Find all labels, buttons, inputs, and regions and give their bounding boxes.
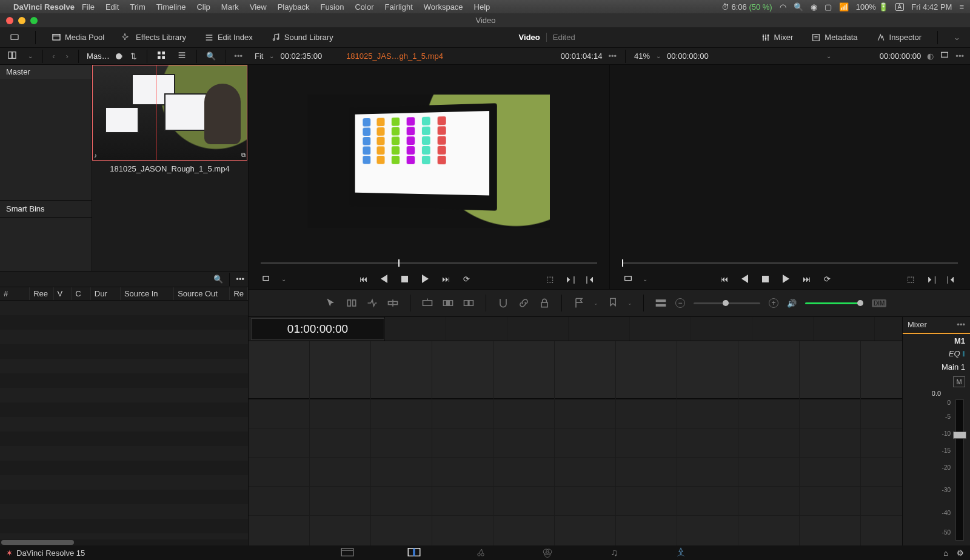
menu-edit[interactable]: Edit: [105, 2, 119, 12]
match-frame-button[interactable]: ⬚: [544, 273, 556, 285]
panel-toggle-media-pool[interactable]: Media Pool: [47, 30, 109, 45]
selection-tool[interactable]: [325, 297, 337, 309]
go-last-button[interactable]: ⏭: [801, 273, 813, 285]
lock-button[interactable]: [538, 297, 550, 309]
panel-toggle-sound-library[interactable]: Sound Library: [266, 30, 338, 45]
mute-icon[interactable]: 🔊: [787, 299, 797, 308]
col-reel[interactable]: Ree: [30, 287, 53, 300]
mark-in-button[interactable]: ⏵|: [564, 273, 577, 285]
source-viewer-options[interactable]: •••: [608, 52, 617, 61]
clip-item[interactable]: ♪ ⧉ 181025_JASON_Rough_1_5.mp4: [92, 65, 247, 173]
bin-view-dropdown[interactable]: ⌄: [24, 53, 36, 59]
video-track[interactable]: [249, 341, 902, 399]
dynamic-trim-tool[interactable]: [366, 297, 378, 309]
col-number[interactable]: #: [0, 287, 30, 300]
audio-track[interactable]: [249, 487, 902, 516]
match-frame-button[interactable]: ⬚: [905, 273, 917, 285]
window-zoom-button[interactable]: [30, 17, 38, 24]
thumbnail-size-slider[interactable]: [116, 55, 123, 58]
menu-mark[interactable]: Mark: [221, 2, 239, 12]
record-zoom-dropdown-icon[interactable]: ⌄: [656, 53, 661, 59]
source-timecode[interactable]: 00:01:04:14: [561, 52, 603, 61]
menu-file[interactable]: File: [82, 2, 95, 12]
timeline-timecode[interactable]: 01:00:00:00: [251, 318, 384, 340]
record-tc-right[interactable]: 00:00:00:00: [880, 52, 921, 61]
clock[interactable]: Fri 4:42 PM: [911, 2, 952, 12]
overwrite-button[interactable]: [442, 297, 454, 309]
smart-bins-header[interactable]: Smart Bins: [0, 200, 92, 218]
home-button[interactable]: ⌂: [943, 548, 948, 558]
page-edit[interactable]: [405, 547, 423, 558]
panel-toggle-inspector[interactable]: Inspector: [871, 30, 926, 45]
wifi-icon[interactable]: 📶: [839, 2, 849, 12]
panel-toggle-edit-index[interactable]: Edit Index: [199, 30, 258, 45]
clip-thumbnail[interactable]: ♪ ⧉: [92, 65, 247, 161]
col-dur[interactable]: Dur: [91, 287, 121, 300]
menu-help[interactable]: Help: [474, 2, 490, 12]
blade-tool[interactable]: [387, 297, 399, 309]
page-deliver[interactable]: [672, 547, 690, 558]
menu-fusion[interactable]: Fusion: [320, 2, 344, 12]
media-pool-options[interactable]: •••: [232, 52, 245, 61]
edit-index-search[interactable]: 🔍: [213, 275, 223, 284]
page-fairlight[interactable]: ♫: [605, 547, 623, 558]
flag-button[interactable]: [573, 297, 585, 309]
bin-tree[interactable]: Master Smart Bins: [0, 65, 92, 271]
marker-button[interactable]: [607, 297, 619, 309]
col-source-out[interactable]: Source Out: [174, 287, 230, 300]
play-reverse-button[interactable]: [739, 273, 751, 285]
record-zoom-mode[interactable]: 41%: [634, 52, 650, 61]
edit-index-options[interactable]: •••: [236, 275, 244, 284]
project-settings-button[interactable]: ⚙: [957, 548, 964, 558]
loop-button[interactable]: ⟳: [821, 273, 834, 285]
col-re[interactable]: Re: [230, 287, 248, 300]
record-scrub-bar[interactable]: [610, 258, 971, 268]
record-timeline-dropdown-icon[interactable]: ⌄: [826, 53, 831, 59]
mixer-options[interactable]: •••: [957, 320, 965, 329]
fader-cap[interactable]: [953, 432, 966, 439]
loop-button[interactable]: ⟳: [460, 273, 472, 285]
menu-timeline[interactable]: Timeline: [156, 2, 186, 12]
panel-toggle-mixer[interactable]: Mixer: [756, 30, 798, 45]
replace-button[interactable]: [463, 297, 475, 309]
edit-index-header[interactable]: # Ree V C Dur Source In Source Out Re: [0, 287, 248, 301]
mark-out-button[interactable]: |⏴: [585, 273, 597, 285]
timeline-ruler[interactable]: 01:00:00:00: [249, 317, 902, 341]
play-reverse-button[interactable]: [378, 273, 390, 285]
record-mode-button[interactable]: [622, 273, 634, 285]
col-c[interactable]: C: [72, 287, 91, 300]
col-v[interactable]: V: [54, 287, 72, 300]
menu-fairlight[interactable]: Fairlight: [385, 2, 413, 12]
page-color[interactable]: [538, 547, 557, 558]
edit-index-rows[interactable]: [0, 301, 248, 539]
strip-eq-label[interactable]: EQ ⦀: [903, 348, 970, 360]
timer-icon[interactable]: ⏱ 6:06 (50 %): [721, 2, 772, 12]
mark-in-button[interactable]: ⏵|: [925, 273, 937, 285]
record-viewer-options[interactable]: •••: [955, 52, 964, 61]
panel-expand-button[interactable]: ⌄: [949, 30, 965, 44]
zoom-out-button[interactable]: −: [675, 298, 685, 308]
record-canvas[interactable]: [610, 65, 971, 258]
stop-button[interactable]: [398, 273, 410, 285]
col-source-in[interactable]: Source In: [121, 287, 174, 300]
nav-back-button[interactable]: ‹: [48, 52, 58, 61]
source-zoom-mode[interactable]: Fit: [255, 52, 263, 61]
go-first-button[interactable]: ⏮: [718, 273, 731, 285]
mixer-strip[interactable]: M1 EQ ⦀ Main 1 M 0.0 0 -5 -10 -15 -20 -3…: [903, 333, 970, 545]
chevron-down-icon[interactable]: ⌄: [281, 276, 286, 282]
nav-forward-button[interactable]: ›: [62, 52, 72, 61]
timeline-tracks[interactable]: [249, 341, 902, 545]
audio-track[interactable]: [249, 428, 902, 458]
airplay-icon[interactable]: ▢: [824, 2, 832, 12]
source-mode-button[interactable]: [261, 273, 273, 285]
audio-track[interactable]: [249, 399, 902, 428]
chevron-down-icon[interactable]: ⌄: [643, 276, 647, 282]
project-name[interactable]: Video: [519, 33, 540, 42]
page-media[interactable]: [338, 547, 356, 558]
chevron-down-icon[interactable]: ⌄: [627, 300, 632, 306]
mark-out-button[interactable]: |⏴: [946, 273, 958, 285]
go-last-button[interactable]: ⏭: [440, 273, 452, 285]
strip-fader[interactable]: 0 -5 -10 -15 -20 -30 -40 -50: [903, 399, 970, 545]
menu-trim[interactable]: Trim: [130, 2, 146, 12]
bypass-grades-icon[interactable]: ◐: [927, 52, 934, 61]
